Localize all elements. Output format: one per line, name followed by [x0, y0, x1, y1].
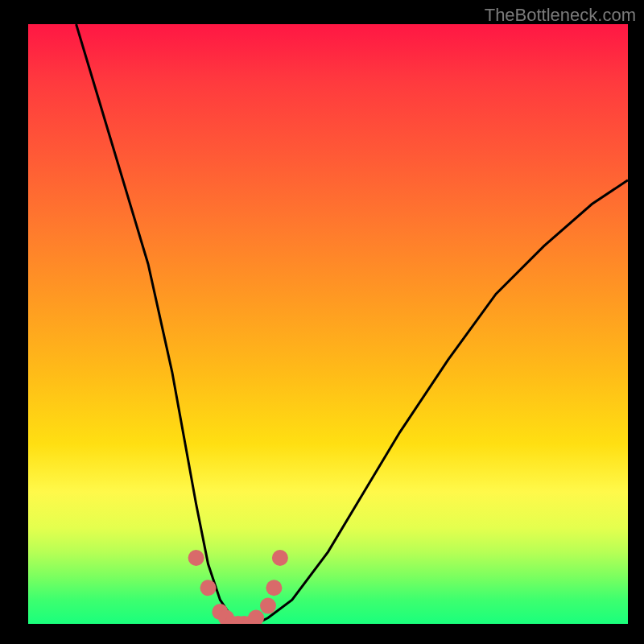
highlight-dot: [200, 580, 217, 596]
highlight-dot: [248, 610, 264, 625]
watermark-text: TheBottleneck.com: [485, 5, 636, 26]
bottleneck-curve-path: [76, 24, 628, 624]
plot-area: [28, 24, 628, 624]
highlight-dot: [188, 550, 204, 566]
highlight-dot: [266, 580, 282, 596]
highlight-dot: [260, 598, 276, 614]
bottleneck-chart: [28, 24, 628, 624]
highlight-dot: [272, 550, 288, 566]
chart-frame: TheBottleneck.com: [0, 0, 644, 644]
